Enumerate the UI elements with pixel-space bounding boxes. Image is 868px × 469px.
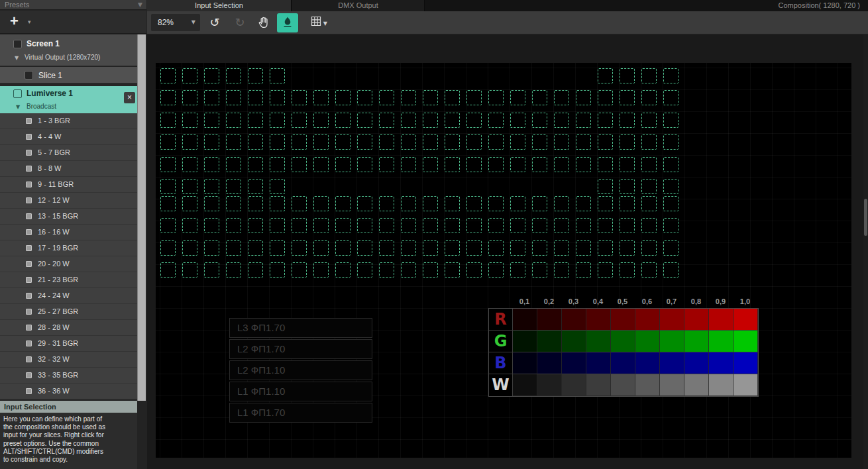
fixture-cell[interactable]	[554, 218, 569, 233]
fixture-cell[interactable]	[292, 113, 307, 128]
fixture-cell[interactable]	[620, 68, 635, 83]
rgbw-cell[interactable]	[709, 352, 733, 374]
fixture-item[interactable]: 4 - 4 W	[0, 129, 137, 145]
fixture-cell[interactable]	[204, 68, 219, 83]
fixture-cell[interactable]	[248, 157, 263, 172]
fixture-item[interactable]: 17 - 19 BGR	[0, 240, 137, 256]
fixture-cell[interactable]	[488, 157, 504, 172]
rgbw-cell[interactable]	[513, 352, 537, 374]
fixture-cell[interactable]	[313, 157, 329, 172]
rgbw-cell[interactable]	[611, 352, 635, 374]
fixture-cell[interactable]	[160, 157, 176, 172]
fixture-cell[interactable]	[641, 113, 657, 128]
fixture-cell[interactable]	[226, 134, 241, 150]
sidebar-scrollbar[interactable]	[137, 34, 146, 401]
fixture-cell[interactable]	[423, 196, 438, 211]
level-label-box[interactable]: L3 ФП1.70	[229, 318, 372, 338]
fixture-cell[interactable]	[445, 262, 460, 278]
fixture-cell[interactable]	[379, 240, 394, 256]
fixture-cell[interactable]	[401, 157, 416, 172]
fixture-cell[interactable]	[663, 68, 678, 83]
fixture-cell[interactable]	[641, 262, 657, 278]
fixture-cell[interactable]	[204, 90, 219, 105]
fixture-cell[interactable]	[204, 240, 219, 256]
fixture-item[interactable]: 5 - 7 BGR	[0, 145, 137, 161]
fixture-cell[interactable]	[663, 90, 678, 105]
fixture-cell[interactable]	[510, 262, 525, 278]
fixture-cell[interactable]	[598, 262, 613, 278]
fixture-cell[interactable]	[466, 240, 482, 256]
fixture-cell[interactable]	[598, 196, 613, 211]
fixture-cell[interactable]	[335, 134, 351, 150]
rgbw-cell[interactable]	[562, 309, 586, 331]
fixture-cell[interactable]	[248, 90, 263, 105]
fixture-cell[interactable]	[488, 240, 504, 256]
fixture-cell[interactable]	[554, 196, 569, 211]
fixture-cell[interactable]	[248, 196, 263, 211]
fixture-cell[interactable]	[204, 157, 219, 172]
fixture-item[interactable]: 24 - 24 W	[0, 288, 137, 304]
rgbw-cell[interactable]	[733, 331, 758, 352]
fixture-cell[interactable]	[532, 218, 547, 233]
fixture-cell[interactable]	[641, 218, 657, 233]
level-label-box[interactable]: L2 ФП1.10	[229, 360, 372, 380]
fixture-cell[interactable]	[335, 113, 351, 128]
fixture-cell[interactable]	[335, 262, 351, 278]
fixture-cell[interactable]	[445, 134, 460, 150]
fixture-cell[interactable]	[270, 179, 285, 194]
fixture-cell[interactable]	[576, 262, 591, 278]
fixture-cell[interactable]	[182, 157, 197, 172]
fixture-cell[interactable]	[182, 218, 197, 233]
fixture-cell[interactable]	[620, 218, 635, 233]
fixture-cell[interactable]	[510, 113, 525, 128]
fixture-cell[interactable]	[248, 68, 263, 83]
fixture-cell[interactable]	[335, 90, 351, 105]
fixture-cell[interactable]	[270, 113, 285, 128]
fixture-item[interactable]: 16 - 16 W	[0, 225, 137, 240]
rgbw-cell[interactable]	[684, 374, 709, 396]
fixture-cell[interactable]	[620, 90, 635, 105]
fixture-cell[interactable]	[641, 240, 657, 256]
tab-dmx-output[interactable]: DMX Output	[292, 0, 425, 11]
fixture-cell[interactable]	[401, 90, 416, 105]
fixture-cell[interactable]	[204, 218, 219, 233]
fixture-cell[interactable]	[576, 134, 591, 150]
tree-item-slice[interactable]: Slice 1	[0, 67, 137, 83]
add-device-bar[interactable]: + ▾	[0, 11, 146, 34]
fixture-cell[interactable]	[466, 218, 482, 233]
fixture-cell[interactable]	[248, 113, 263, 128]
fixture-cell[interactable]	[620, 113, 635, 128]
fixture-cell[interactable]	[488, 196, 504, 211]
fixture-cell[interactable]	[466, 157, 482, 172]
fixture-cell[interactable]	[204, 179, 219, 194]
fixture-cell[interactable]	[357, 134, 372, 150]
fixture-cell[interactable]	[510, 240, 525, 256]
zoom-dropdown[interactable]: 82% ▼	[151, 14, 200, 31]
fixture-cell[interactable]	[226, 179, 241, 194]
undo-button[interactable]: ↺	[204, 13, 225, 32]
fixture-cell[interactable]	[182, 68, 197, 83]
fixture-cell[interactable]	[423, 262, 438, 278]
fixture-cell[interactable]	[554, 240, 569, 256]
fixture-cell[interactable]	[532, 240, 547, 256]
rgbw-cell[interactable]	[611, 374, 635, 396]
fixture-item[interactable]: 20 - 20 W	[0, 256, 137, 272]
rgbw-cell[interactable]	[513, 309, 537, 331]
fixture-cell[interactable]	[160, 68, 176, 83]
fixture-cell[interactable]	[204, 113, 219, 128]
rgbw-cell[interactable]	[586, 374, 611, 396]
fixture-cell[interactable]	[620, 196, 635, 211]
rgbw-cell[interactable]	[537, 309, 562, 331]
fixture-cell[interactable]	[357, 90, 372, 105]
fixture-cell[interactable]	[226, 262, 241, 278]
fixture-cell[interactable]	[598, 240, 613, 256]
level-label-box[interactable]: L1 ФП1.10	[229, 382, 372, 401]
rgbw-cell[interactable]	[660, 374, 684, 396]
fixture-cell[interactable]	[576, 240, 591, 256]
fixture-cell[interactable]	[335, 196, 351, 211]
rgbw-cell[interactable]	[709, 331, 733, 352]
fixture-cell[interactable]	[182, 196, 197, 211]
fixture-cell[interactable]	[379, 134, 394, 150]
fixture-cell[interactable]	[204, 196, 219, 211]
fixture-cell[interactable]	[357, 262, 372, 278]
